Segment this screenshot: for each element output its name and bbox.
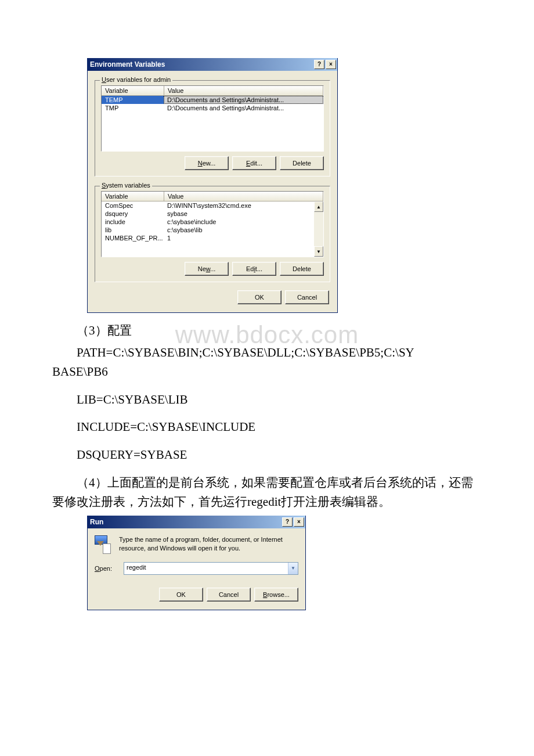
scrollbar[interactable]: ▲ ▼ xyxy=(314,201,323,257)
user-variables-group: User variables for admin Variable Value … xyxy=(95,80,330,177)
paragraph: PATH=C:\SYBASE\BIN;C:\SYBASE\DLL;C:\SYBA… xyxy=(52,343,482,363)
run-description: Type the name of a program, folder, docu… xyxy=(119,535,298,554)
chevron-down-icon[interactable]: ▼ xyxy=(288,563,298,574)
cancel-button[interactable]: Cancel xyxy=(207,588,251,602)
list-item[interactable]: include c:\sybase\include xyxy=(102,218,323,226)
delete-button[interactable]: Delete xyxy=(280,156,324,170)
list-item[interactable]: dsquery sybase xyxy=(102,210,323,218)
environment-variables-dialog: Environment Variables ? × User variables… xyxy=(87,58,338,313)
browse-button[interactable]: Browse... xyxy=(254,588,298,602)
column-variable[interactable]: Variable xyxy=(102,86,164,95)
list-item[interactable]: NUMBER_OF_PR... 1 xyxy=(102,234,323,242)
help-icon[interactable]: ? xyxy=(314,60,324,69)
system-group-label: System variables xyxy=(100,182,152,189)
column-value[interactable]: Value xyxy=(164,192,323,201)
edit-button[interactable]: Edit... xyxy=(232,262,276,276)
paragraph: INCLUDE=C:\SYBASE\INCLUDE xyxy=(52,417,482,437)
column-value[interactable]: Value xyxy=(164,86,323,95)
cancel-button[interactable]: Cancel xyxy=(285,290,329,304)
titlebar: Environment Variables ? × xyxy=(88,58,337,71)
system-variables-list[interactable]: Variable Value ComSpec D:\WINNT\system32… xyxy=(101,191,324,257)
paragraph: （3）配置 xyxy=(52,321,482,341)
help-icon[interactable]: ? xyxy=(282,517,293,527)
open-label: Open: xyxy=(95,565,119,572)
paragraph: LIB=C:\SYBASE\LIB xyxy=(52,390,482,410)
list-item[interactable]: TEMP D:\Documents and Settings\Administr… xyxy=(102,96,323,104)
titlebar: Run ? × xyxy=(88,516,305,528)
close-icon[interactable]: × xyxy=(294,517,304,527)
list-item[interactable]: ComSpec D:\WINNT\system32\cmd.exe xyxy=(102,201,323,210)
scroll-up-icon[interactable]: ▲ xyxy=(314,201,323,212)
user-group-label: User variables for admin xyxy=(100,76,172,83)
run-icon xyxy=(95,535,113,554)
dialog-title: Environment Variables xyxy=(90,60,313,69)
column-variable[interactable]: Variable xyxy=(102,192,164,201)
delete-button[interactable]: Delete xyxy=(280,262,324,276)
list-item[interactable]: lib c:\sybase\lib xyxy=(102,226,323,234)
paragraph: （4）上面配置的是前台系统，如果需要配置仓库或者后台系统的话，还需要修改注册表，… xyxy=(52,473,482,512)
dialog-title: Run xyxy=(90,518,281,526)
list-item[interactable]: TMP D:\Documents and Settings\Administra… xyxy=(102,104,323,112)
open-input[interactable]: regedit xyxy=(124,563,288,574)
run-dialog: Run ? × Type the name of a program, fold… xyxy=(87,516,306,610)
ok-button[interactable]: OK xyxy=(159,588,203,602)
scroll-down-icon[interactable]: ▼ xyxy=(314,246,323,257)
ok-button[interactable]: OK xyxy=(237,290,282,304)
paragraph: DSQUERY=SYBASE xyxy=(52,445,482,465)
open-combobox[interactable]: regedit ▼ xyxy=(124,562,298,575)
new-button[interactable]: New... xyxy=(185,262,229,276)
paragraph: BASE\PB6 xyxy=(52,362,482,382)
close-icon[interactable]: × xyxy=(326,60,336,69)
system-variables-group: System variables Variable Value ComSpec … xyxy=(95,186,330,282)
user-variables-list[interactable]: Variable Value TEMP D:\Documents and Set… xyxy=(101,85,324,152)
new-button[interactable]: New... xyxy=(185,156,229,170)
edit-button[interactable]: Edit... xyxy=(232,156,276,170)
